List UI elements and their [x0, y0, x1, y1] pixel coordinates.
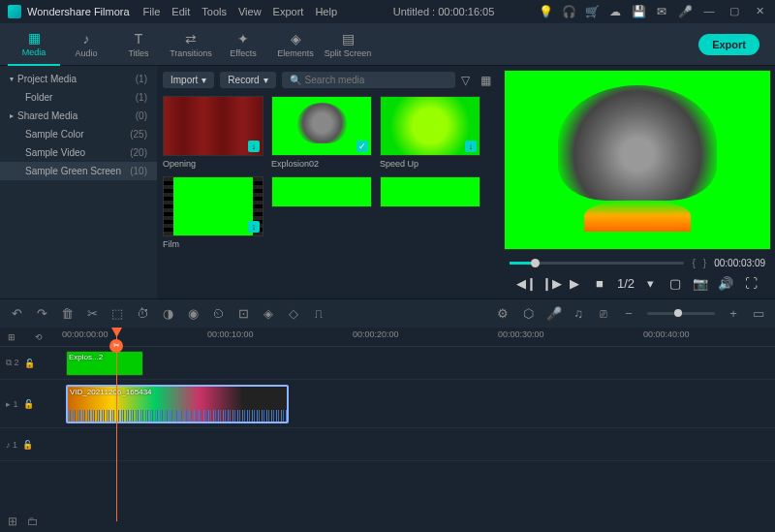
zoom-in-icon[interactable]: + [727, 306, 740, 321]
redo-icon[interactable]: ↷ [35, 306, 48, 321]
mixer-icon[interactable]: ⎚ [597, 306, 610, 321]
track-manage-icon[interactable]: ⊞ [8, 332, 16, 342]
green-screen-icon[interactable]: ◉ [186, 306, 200, 321]
step-back-button[interactable]: ❙▶ [542, 276, 557, 291]
tab-elements[interactable]: ◈Elements [269, 23, 322, 66]
voiceover-icon[interactable]: 🎤 [546, 306, 560, 321]
media-sidebar: ▾Project Media(1) Folder(1) ▸Shared Medi… [0, 66, 157, 298]
chevron-down-icon[interactable]: ▾ [642, 276, 658, 291]
preview-seek-slider[interactable] [510, 262, 684, 265]
sidebar-item-sample-green-screen[interactable]: Sample Green Screen(10) [0, 162, 157, 180]
media-thumb-6[interactable] [380, 176, 480, 249]
cloud-icon[interactable]: ☁ [608, 5, 622, 18]
media-thumb-opening[interactable]: ↓Opening [163, 96, 264, 169]
display-settings-icon[interactable]: ▢ [667, 276, 683, 291]
save-icon[interactable]: 💾 [632, 5, 645, 18]
zoom-out-icon[interactable]: − [622, 306, 636, 321]
prev-frame-button[interactable]: ◀❙ [516, 276, 532, 291]
import-dropdown[interactable]: Import▾ [163, 72, 214, 88]
clip-video-main[interactable]: VID_20211206_165434 [66, 385, 289, 423]
browse-folder-icon[interactable]: 🗀 [27, 515, 39, 528]
audio-mix-icon[interactable]: ⎍ [312, 306, 326, 321]
render-icon[interactable]: ⚙ [496, 306, 510, 321]
media-thumb-film[interactable]: ↓Film [163, 176, 264, 249]
snap-icon[interactable]: ⟲ [35, 332, 43, 342]
menu-view[interactable]: View [238, 6, 262, 17]
menu-tools[interactable]: Tools [202, 6, 227, 17]
speed-display[interactable]: 1/2 [617, 276, 633, 291]
media-thumb-speed-up[interactable]: ↓Speed Up [380, 96, 480, 169]
media-thumb-explosion02[interactable]: ✓Explosion02 [271, 96, 372, 169]
menu-file[interactable]: File [143, 6, 161, 17]
fullscreen-icon[interactable]: ⛶ [743, 276, 759, 291]
timer-icon[interactable]: ⏲ [211, 306, 225, 321]
sidebar-item-shared-media[interactable]: ▸Shared Media(0) [0, 107, 157, 125]
sidebar-item-project-media[interactable]: ▾Project Media(1) [0, 70, 157, 88]
minimize-button[interactable]: — [701, 5, 717, 18]
scissor-icon[interactable]: ✂ [109, 339, 123, 353]
tips-icon[interactable]: 💡 [539, 5, 552, 18]
lock-icon[interactable]: 🔓 [23, 399, 34, 409]
lock-icon[interactable]: 🔓 [24, 359, 35, 368]
split-icon[interactable]: ✂ [85, 306, 99, 321]
volume-icon[interactable]: 🔊 [718, 276, 733, 291]
cart-icon[interactable]: 🛒 [585, 5, 599, 18]
marker-icon[interactable]: ⬡ [521, 306, 535, 321]
mark-in-icon[interactable]: { [692, 258, 695, 268]
playhead[interactable]: ✂ [116, 328, 117, 521]
color-icon[interactable]: ◑ [161, 306, 174, 321]
tab-split-screen[interactable]: ▤Split Screen [322, 23, 374, 66]
lock-icon[interactable]: 🔓 [22, 440, 33, 450]
sidebar-item-sample-color[interactable]: Sample Color(25) [0, 125, 157, 143]
maximize-button[interactable]: ▢ [727, 5, 742, 18]
search-input[interactable]: 🔍Search media [282, 72, 455, 88]
menu-help[interactable]: Help [315, 6, 337, 17]
menu-export[interactable]: Export [273, 6, 304, 17]
new-folder-icon[interactable]: ⊞ [8, 515, 17, 528]
speed-icon[interactable]: ⏱ [136, 306, 149, 321]
elements-icon: ◈ [291, 31, 301, 47]
effects-icon: ✦ [237, 31, 249, 47]
media-icon: ▦ [28, 30, 41, 46]
close-button[interactable]: ✕ [752, 5, 767, 18]
grid-view-icon[interactable]: ▦ [480, 74, 494, 87]
filter-icon[interactable]: ▽ [461, 74, 475, 87]
sidebar-item-folder[interactable]: Folder(1) [0, 88, 157, 107]
media-thumb-5[interactable] [271, 176, 372, 249]
audio-sync-icon[interactable]: ♫ [572, 306, 585, 321]
timeline: ⊞ ⟲ 00:00:00:00 00:00:10:00 00:00:20:00 … [0, 328, 775, 461]
crop-icon[interactable]: ⬚ [110, 306, 124, 321]
sidebar-item-sample-video[interactable]: Sample Video(20) [0, 143, 157, 162]
tab-effects[interactable]: ✦Effects [217, 23, 269, 66]
tab-titles[interactable]: TTitles [112, 23, 165, 66]
tab-audio[interactable]: ♪Audio [60, 23, 112, 66]
support-icon[interactable]: 🎧 [562, 5, 575, 18]
chevron-down-icon: ▾ [202, 75, 206, 85]
delete-icon[interactable]: 🗑 [60, 306, 74, 321]
menu-edit[interactable]: Edit [171, 6, 190, 17]
clip-explosion[interactable]: Explos...2 [66, 351, 143, 376]
download-icon[interactable]: ↓ [248, 221, 260, 233]
mic-icon[interactable]: 🎤 [678, 5, 692, 18]
play-button[interactable]: ▶ [567, 276, 582, 291]
titles-icon: T [135, 31, 143, 47]
effect-icon[interactable]: ◈ [262, 306, 275, 321]
download-icon[interactable]: ↓ [465, 141, 477, 152]
record-dropdown[interactable]: Record▾ [220, 72, 275, 88]
snapshot-icon[interactable]: 📷 [693, 276, 708, 291]
nav-tabs: ▦Media ♪Audio TTitles ⇄Transitions ✦Effe… [0, 23, 775, 66]
tab-media[interactable]: ▦Media [8, 23, 60, 66]
tab-transitions[interactable]: ⇄Transitions [165, 23, 217, 66]
stop-button[interactable]: ■ [592, 276, 607, 291]
zoom-slider[interactable] [647, 312, 715, 315]
undo-icon[interactable]: ↶ [10, 306, 23, 321]
mark-out-icon[interactable]: } [703, 258, 706, 268]
download-icon[interactable]: ↓ [248, 141, 260, 152]
export-button[interactable]: Export [698, 34, 760, 55]
fit-icon[interactable]: ▭ [752, 306, 765, 321]
focus-icon[interactable]: ⊡ [236, 306, 250, 321]
preview-screen[interactable] [504, 70, 771, 250]
chevron-down-icon: ▾ [264, 75, 268, 85]
mail-icon[interactable]: ✉ [655, 5, 668, 18]
keyframe-icon[interactable]: ◇ [287, 306, 300, 321]
